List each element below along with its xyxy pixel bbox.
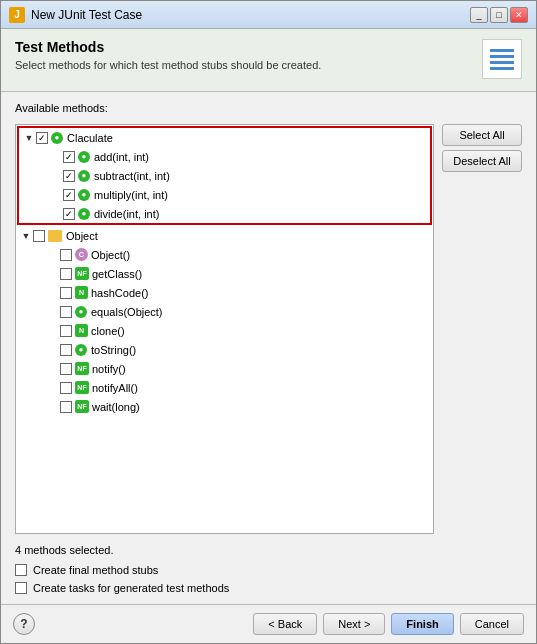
- multiply-label: multiply(int, int): [94, 189, 168, 201]
- content-area: Available methods: ▼ ● Claculate: [1, 92, 536, 604]
- header-panel: Test Methods Select methods for which te…: [1, 29, 536, 92]
- methods-tree[interactable]: ▼ ● Claculate ● add(int, int) ●: [15, 124, 434, 534]
- maximize-button[interactable]: □: [490, 7, 508, 23]
- badge-n-icon: N: [75, 286, 88, 299]
- checkbox-subtract[interactable]: [63, 170, 75, 182]
- badge-nf-icon: NF: [75, 267, 89, 280]
- checkbox-divide[interactable]: [63, 208, 75, 220]
- checkbox-hashcode[interactable]: [60, 287, 72, 299]
- cancel-button[interactable]: Cancel: [460, 613, 524, 635]
- window-title: New JUnit Test Case: [31, 8, 142, 22]
- wait-label: wait(long): [92, 401, 140, 413]
- tree-item-notifyall[interactable]: NF notifyAll(): [16, 378, 433, 397]
- tree-item-getclass[interactable]: NF getClass(): [16, 264, 433, 283]
- svg-rect-2: [490, 61, 514, 64]
- checkbox-claculate[interactable]: [36, 132, 48, 144]
- checkboxes-section: Create final method stubs Create tasks f…: [15, 564, 522, 594]
- tree-item-add[interactable]: ● add(int, int): [19, 147, 430, 166]
- page-description: Select methods for which test method stu…: [15, 59, 321, 71]
- divide-label: divide(int, int): [94, 208, 159, 220]
- deselect-all-button[interactable]: Deselect All: [442, 150, 522, 172]
- tree-item-hashcode[interactable]: N hashCode(): [16, 283, 433, 302]
- checkbox-objectctor[interactable]: [60, 249, 72, 261]
- clone-label: clone(): [91, 325, 125, 337]
- badge-n2-icon: N: [75, 324, 88, 337]
- svg-rect-3: [490, 67, 514, 70]
- status-line: 4 methods selected.: [15, 544, 522, 556]
- checkbox-wait[interactable]: [60, 401, 72, 413]
- close-button[interactable]: ✕: [510, 7, 528, 23]
- object-label: Object: [66, 230, 98, 242]
- method-icon-subtract: ●: [78, 170, 90, 182]
- checkbox-notifyall[interactable]: [60, 382, 72, 394]
- title-bar-left: J New JUnit Test Case: [9, 7, 142, 23]
- checkbox-notify[interactable]: [60, 363, 72, 375]
- checkbox-row-2: Create tasks for generated test methods: [15, 582, 522, 594]
- window-icon: J: [9, 7, 25, 23]
- main-window: J New JUnit Test Case _ □ ✕ Test Methods…: [0, 0, 537, 644]
- finish-button[interactable]: Finish: [391, 613, 453, 635]
- notify-label: notify(): [92, 363, 126, 375]
- badge-nf4-icon: NF: [75, 400, 89, 413]
- tree-item-equals[interactable]: ● equals(Object): [16, 302, 433, 321]
- folder-icon: [48, 230, 62, 242]
- checkbox-object[interactable]: [33, 230, 45, 242]
- expand-arrow-object: ▼: [20, 230, 32, 242]
- checkbox-equals[interactable]: [60, 306, 72, 318]
- checkbox-multiply[interactable]: [63, 189, 75, 201]
- checkbox-clone[interactable]: [60, 325, 72, 337]
- footer-left: ?: [13, 613, 35, 635]
- method-icon-divide: ●: [78, 208, 90, 220]
- tree-item-wait[interactable]: NF wait(long): [16, 397, 433, 416]
- badge-nf3-icon: NF: [75, 381, 89, 394]
- create-tasks-checkbox[interactable]: [15, 582, 27, 594]
- available-label: Available methods:: [15, 102, 522, 114]
- checkbox-add[interactable]: [63, 151, 75, 163]
- next-button[interactable]: Next >: [323, 613, 385, 635]
- expand-arrow: ▼: [23, 132, 35, 144]
- checkbox-tostring[interactable]: [60, 344, 72, 356]
- final-stubs-label: Create final method stubs: [33, 564, 158, 576]
- tree-item-multiply[interactable]: ● multiply(int, int): [19, 185, 430, 204]
- getclass-label: getClass(): [92, 268, 142, 280]
- badge-c-icon: C: [75, 248, 88, 261]
- tree-item-clone[interactable]: N clone(): [16, 321, 433, 340]
- tree-item-claculate[interactable]: ▼ ● Claculate: [19, 128, 430, 147]
- create-tasks-label: Create tasks for generated test methods: [33, 582, 229, 594]
- list-icon: [488, 45, 516, 73]
- checkbox-getclass[interactable]: [60, 268, 72, 280]
- method-icon-tostring: ●: [75, 344, 87, 356]
- final-stubs-checkbox[interactable]: [15, 564, 27, 576]
- tree-item-subtract[interactable]: ● subtract(int, int): [19, 166, 430, 185]
- methods-area: ▼ ● Claculate ● add(int, int) ●: [15, 124, 522, 534]
- equals-label: equals(Object): [91, 306, 163, 318]
- tree-item-tostring[interactable]: ● toString(): [16, 340, 433, 359]
- method-icon-multiply: ●: [78, 189, 90, 201]
- hashcode-label: hashCode(): [91, 287, 148, 299]
- help-button[interactable]: ?: [13, 613, 35, 635]
- subtract-label: subtract(int, int): [94, 170, 170, 182]
- method-icon-add: ●: [78, 151, 90, 163]
- tree-item-object[interactable]: ▼ Object: [16, 226, 433, 245]
- side-buttons: Select All Deselect All: [442, 124, 522, 534]
- objectctor-label: Object(): [91, 249, 130, 261]
- svg-rect-1: [490, 55, 514, 58]
- minimize-button[interactable]: _: [470, 7, 488, 23]
- notifyall-label: notifyAll(): [92, 382, 138, 394]
- tree-item-divide[interactable]: ● divide(int, int): [19, 204, 430, 223]
- select-all-button[interactable]: Select All: [442, 124, 522, 146]
- badge-nf2-icon: NF: [75, 362, 89, 375]
- tree-item-objectctor[interactable]: C Object(): [16, 245, 433, 264]
- title-bar: J New JUnit Test Case _ □ ✕: [1, 1, 536, 29]
- page-title: Test Methods: [15, 39, 321, 55]
- add-label: add(int, int): [94, 151, 149, 163]
- footer-right: < Back Next > Finish Cancel: [253, 613, 524, 635]
- svg-rect-0: [490, 49, 514, 52]
- header-icon: [482, 39, 522, 79]
- checkbox-row-1: Create final method stubs: [15, 564, 522, 576]
- tree-item-notify[interactable]: NF notify(): [16, 359, 433, 378]
- class-icon: ●: [51, 132, 63, 144]
- method-icon-equals: ●: [75, 306, 87, 318]
- back-button[interactable]: < Back: [253, 613, 317, 635]
- header-text: Test Methods Select methods for which te…: [15, 39, 321, 71]
